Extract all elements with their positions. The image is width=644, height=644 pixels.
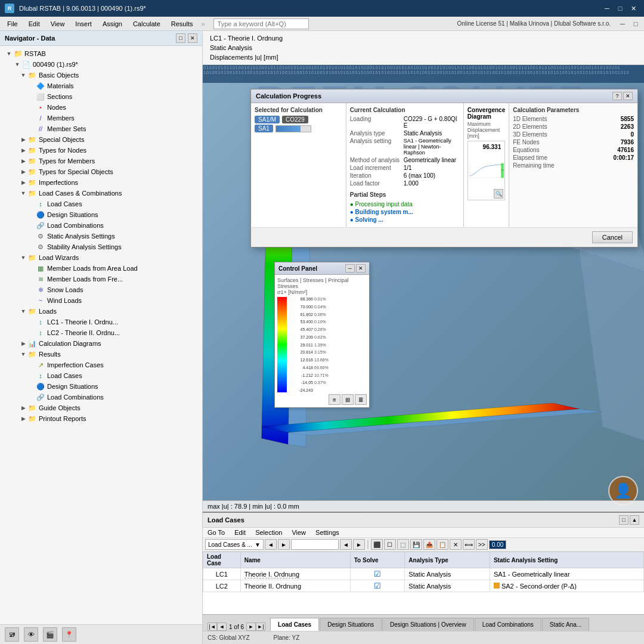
tree-item-20[interactable]: ❄ Snow Loads [0,284,202,295]
tab-load-cases[interactable]: Load Cases [270,618,319,631]
restore-btn2[interactable]: □ [630,18,642,29]
bottom-restore-btn[interactable]: □ [619,515,628,525]
maximize-button[interactable]: □ [614,3,626,14]
tree-item-31[interactable]: ▶ 📁 Guide Objects [0,402,202,413]
tree-item-32[interactable]: ▶ 📁 Printout Reports [0,413,202,424]
menu-view[interactable]: View [46,19,70,29]
nav-icon-eye[interactable]: 👁 [24,627,38,642]
tb-tool3[interactable]: ⬚ [397,539,409,550]
tree-item-2[interactable]: ⬜ Sections [0,91,202,102]
tree-item-12[interactable]: ↕ Load Cases [0,199,202,209]
cp-btn2[interactable]: ⊞ [342,394,354,405]
tree-item-30[interactable]: 🔗 Load Combinations [0,392,202,402]
navigator-close-btn[interactable]: ✕ [188,33,197,43]
menu-calculate[interactable]: Calculate [128,19,165,29]
toggle-icon[interactable]: ▼ [19,253,27,262]
toggle-icon[interactable] [27,371,36,380]
toggle-icon[interactable] [27,286,36,294]
tree-item-27[interactable]: ↗ Imperfection Cases [0,360,202,370]
nav-icon-video[interactable]: 🎬 [43,627,57,642]
tree-item-0[interactable]: ▼ 📁 Basic Objects [0,70,202,80]
toggle-icon[interactable] [27,361,36,369]
toggle-icon[interactable]: ▼ [19,307,27,315]
menu-settings[interactable]: Settings [315,529,339,536]
menu-edit[interactable]: Edit [24,19,45,29]
file-toggle-icon[interactable]: ▼ [13,60,21,69]
toggle-icon[interactable] [27,221,36,230]
toggle-icon[interactable] [27,210,36,219]
tree-item-6[interactable]: ▶ 📁 Special Objects [0,134,202,145]
tree-item-15[interactable]: ⚙ Static Analysis Settings [0,231,202,242]
minimize-btn2[interactable]: ─ [617,18,628,29]
toggle-icon[interactable]: ▼ [19,71,27,79]
tree-item-5[interactable]: // Member Sets [0,123,202,134]
toggle-icon[interactable] [27,125,36,133]
toggle-icon[interactable]: ▶ [19,135,27,144]
tree-item-17[interactable]: ▼ 📁 Load Wizards [0,252,202,263]
menu-file[interactable]: File [2,19,23,29]
menu-view[interactable]: View [292,529,306,536]
toggle-icon[interactable]: ▶ [19,157,27,165]
toggle-icon[interactable] [27,382,36,391]
page-last-btn[interactable]: ►| [256,623,265,631]
tree-item-11[interactable]: ▼ 📁 Load Cases & Combinations [0,188,202,199]
cell-solve2[interactable]: ☑ [350,580,405,592]
tab-design-situations[interactable]: Design Situations [320,618,382,631]
tab-load-combinations[interactable]: Load Combinations [475,618,541,631]
toggle-icon[interactable] [27,393,36,401]
toggle-icon[interactable] [27,275,36,283]
toggle-icon[interactable] [27,82,36,90]
tb-tool4[interactable]: 💾 [410,539,422,550]
search-input[interactable] [213,18,309,29]
tree-item-9[interactable]: ▶ 📁 Types for Special Objects [0,166,202,177]
cp-min-btn[interactable]: ─ [345,264,355,273]
cp-btn3[interactable]: ≣ [355,394,367,405]
menu-assign[interactable]: Assign [98,19,127,29]
toggle-icon[interactable] [27,243,36,251]
tb-tool7[interactable]: ✕ [450,539,462,550]
tree-item-1[interactable]: 🔷 Materials [0,80,202,91]
toggle-icon[interactable] [27,103,36,112]
menu-insert[interactable]: Insert [70,19,97,29]
nav-icon-screen[interactable]: 🖳 [5,627,19,642]
tb-nav2[interactable]: ► [353,539,365,550]
tree-item-23[interactable]: ↕ LC1 - Theorie I. Ordnu... [0,317,202,327]
cp-close-btn[interactable]: ✕ [356,264,366,273]
tb-tool1[interactable]: ⬛ [371,539,383,550]
tree-item-28[interactable]: ↕ Load Cases [0,370,202,381]
toggle-icon[interactable] [27,329,36,337]
cancel-button[interactable]: Cancel [592,231,633,243]
page-first-btn[interactable]: |◄ [208,623,217,631]
toggle-icon[interactable]: ▶ [19,146,27,154]
close-button[interactable]: ✕ [627,3,639,14]
tree-item-26[interactable]: ▼ 📁 Results [0,349,202,360]
tb-tool5[interactable]: 📤 [423,539,435,550]
toggle-icon[interactable]: ▶ [19,414,27,423]
tree-item-3[interactable]: • Nodes [0,102,202,113]
tab-design-overview[interactable]: Design Situations | Overview [382,618,474,631]
toggle-icon[interactable]: ▶ [19,339,27,348]
tree-item-29[interactable]: 🔵 Design Situations [0,381,202,392]
tree-root-rstab[interactable]: ▼ 📁 RSTAB [0,48,202,59]
tree-item-21[interactable]: ~ Wind Loads [0,295,202,306]
toggle-icon[interactable]: ▼ [5,49,13,58]
tb-tool2[interactable]: ☐ [384,539,396,550]
cp-btn1[interactable]: ≡ [329,394,340,405]
menu-goto[interactable]: Go To [208,529,225,536]
table-row[interactable]: LC1 Theorie I. Ordnung ☑ Static Analysis… [203,568,644,580]
cell-solve1[interactable]: ☑ [350,568,405,580]
tab-static-ana[interactable]: Static Ana... [542,618,589,631]
dialog-help-btn[interactable]: ? [612,92,622,100]
bottom-expand-btn[interactable]: ▲ [630,515,639,525]
next-btn[interactable]: ► [278,539,290,550]
menu-selection[interactable]: Selection [255,529,282,536]
zoom-chart-btn[interactable]: 🔍 [494,189,503,199]
dialog-close-btn[interactable]: ✕ [623,92,633,100]
lc-dropdown[interactable]: Load Cases & ... ▼ [205,539,264,550]
tree-item-14[interactable]: 🔗 Load Combinations [0,220,202,231]
toggle-icon[interactable] [27,232,36,240]
toggle-icon[interactable] [27,296,36,305]
toggle-icon[interactable]: ▶ [19,168,27,176]
toggle-icon[interactable]: ▶ [19,404,27,412]
tree-item-18[interactable]: ▦ Member Loads from Area Load [0,263,202,274]
